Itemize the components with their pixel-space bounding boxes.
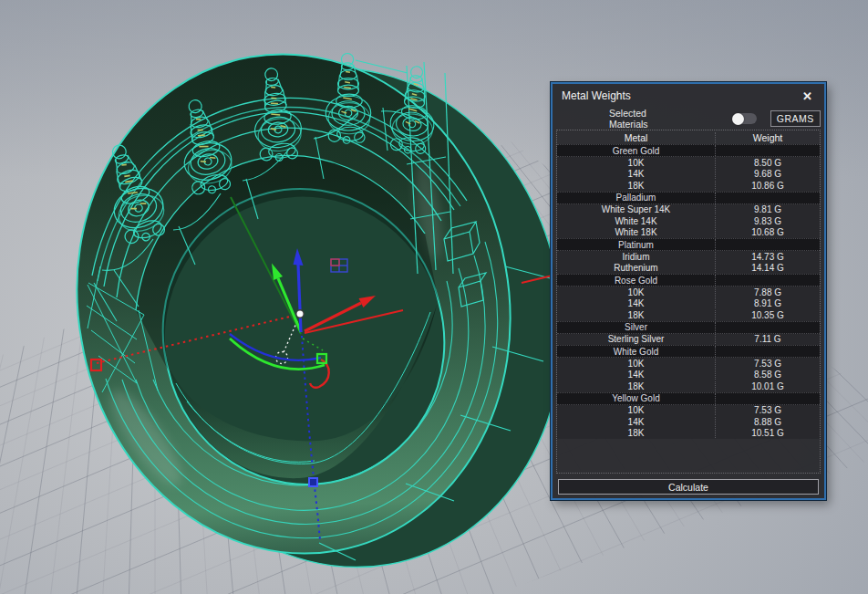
- selected-materials-toggle[interactable]: [732, 113, 757, 124]
- metal-column-header: Metal: [557, 132, 716, 143]
- metal-category-row: Platinum: [557, 238, 820, 251]
- metal-row[interactable]: 10K7.88 G: [557, 287, 820, 298]
- scale-handle-y[interactable]: [317, 354, 326, 363]
- metal-row[interactable]: Iridium14.73 G: [557, 251, 820, 263]
- metal-row[interactable]: 18K10.51 G: [557, 428, 820, 440]
- toggle-knob: [732, 113, 744, 125]
- metal-category-row: Rose Gold: [557, 274, 820, 287]
- metal-row[interactable]: 18K10.86 G: [557, 180, 820, 192]
- weight-column-header: Weight: [716, 132, 820, 143]
- metal-weights-table: Metal Weight Green Gold10K8.50 G14K9.68 …: [556, 130, 821, 474]
- metal-row[interactable]: 18K10.35 G: [557, 309, 820, 321]
- metal-category-row: Green Gold: [557, 144, 820, 157]
- metal-row[interactable]: Ruthenium14.14 G: [557, 263, 820, 275]
- metal-category-row: White Gold: [557, 345, 820, 358]
- metal-row[interactable]: 14K8.88 G: [557, 416, 820, 428]
- metal-row[interactable]: 14K9.68 G: [557, 169, 820, 181]
- metal-table-body: Green Gold10K8.50 G14K9.68 G18K10.86 GPa…: [557, 144, 820, 439]
- app-window: Metal Weights ✕ Selected Materials GRAMS…: [0, 0, 868, 594]
- metal-row[interactable]: 10K7.53 G: [557, 358, 820, 370]
- metal-category-row: Palladium: [557, 192, 820, 204]
- metal-row[interactable]: 18K10.01 G: [557, 380, 820, 392]
- metal-category-row: Silver: [557, 321, 820, 334]
- unit-button[interactable]: GRAMS: [770, 110, 821, 127]
- gumball-origin-dot[interactable]: [296, 310, 304, 318]
- metal-row[interactable]: White 18K10.68 G: [557, 227, 820, 239]
- selected-materials-label: Selected Materials: [609, 108, 670, 130]
- metal-row[interactable]: White Super 14K9.81 G: [557, 204, 820, 216]
- scale-handle-z[interactable]: [309, 478, 317, 486]
- metal-row[interactable]: 10K7.53 G: [557, 405, 820, 417]
- calculate-button[interactable]: Calculate: [558, 479, 819, 495]
- metal-category-row: Yellow Gold: [557, 392, 820, 405]
- metal-weights-panel: Metal Weights ✕ Selected Materials GRAMS…: [551, 82, 826, 500]
- panel-title: Metal Weights: [562, 89, 631, 102]
- metal-row[interactable]: 14K8.58 G: [557, 370, 820, 381]
- panel-controls: Selected Materials GRAMS: [553, 108, 824, 130]
- metal-row[interactable]: Sterling Silver7.11 G: [557, 334, 820, 346]
- metal-row[interactable]: White 14K9.83 G: [557, 215, 820, 227]
- metal-row[interactable]: 10K8.50 G: [557, 157, 820, 169]
- metal-row[interactable]: 14K8.91 G: [557, 298, 820, 310]
- panel-header[interactable]: Metal Weights ✕: [553, 84, 824, 108]
- table-header-row: Metal Weight: [557, 130, 820, 144]
- close-icon[interactable]: ✕: [800, 89, 815, 104]
